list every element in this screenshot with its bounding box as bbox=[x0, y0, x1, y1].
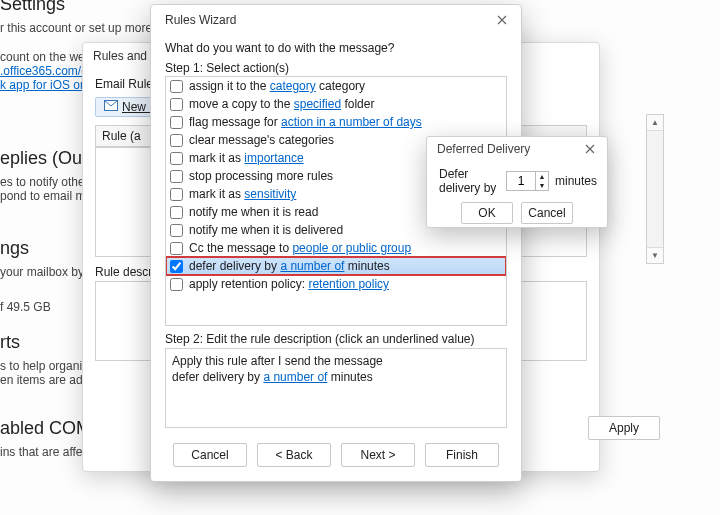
action-label: mark it as importance bbox=[189, 151, 304, 165]
action-row[interactable]: assign it to the category category bbox=[166, 77, 506, 95]
envelope-icon bbox=[104, 100, 118, 114]
action-checkbox[interactable] bbox=[170, 170, 183, 183]
action-checkbox[interactable] bbox=[170, 80, 183, 93]
action-link[interactable]: a number of bbox=[280, 259, 344, 273]
minutes-input[interactable] bbox=[507, 172, 535, 190]
minutes-stepper[interactable]: ▲ ▼ bbox=[506, 171, 549, 191]
finish-button[interactable]: Finish bbox=[425, 443, 499, 467]
action-label: notify me when it is delivered bbox=[189, 223, 343, 237]
action-label: assign it to the category category bbox=[189, 79, 365, 93]
bg-text: your mailbox by bbox=[0, 265, 84, 279]
step-down-icon[interactable]: ▼ bbox=[536, 181, 548, 190]
action-checkbox[interactable] bbox=[170, 278, 183, 291]
bg-text: r this account or set up more bbox=[0, 21, 152, 35]
bg-link-app[interactable]: k app for iOS or A bbox=[0, 78, 95, 92]
defer-label: Defer delivery by bbox=[439, 167, 500, 195]
scroll-up-icon[interactable]: ▲ bbox=[647, 115, 663, 131]
action-link[interactable]: sensitivity bbox=[244, 187, 296, 201]
close-icon[interactable] bbox=[491, 9, 513, 31]
action-checkbox[interactable] bbox=[170, 224, 183, 237]
step1-label: Step 1: Select action(s) bbox=[165, 61, 507, 75]
bg-heading-ngs: ngs bbox=[0, 238, 84, 259]
action-link[interactable]: importance bbox=[244, 151, 303, 165]
action-row[interactable]: apply retention policy: retention policy bbox=[166, 275, 506, 293]
action-checkbox[interactable] bbox=[170, 188, 183, 201]
action-checkbox[interactable] bbox=[170, 134, 183, 147]
action-label: notify me when it is read bbox=[189, 205, 318, 219]
action-checkbox[interactable] bbox=[170, 152, 183, 165]
deferred-delivery-dialog: Deferred Delivery Defer delivery by ▲ ▼ … bbox=[426, 136, 608, 228]
action-row[interactable]: Cc the message to people or public group bbox=[166, 239, 506, 257]
action-checkbox[interactable] bbox=[170, 260, 183, 273]
rules-alerts-title: Rules and A bbox=[93, 49, 158, 63]
desc-line2: defer delivery by a number of minutes bbox=[172, 369, 500, 385]
cancel-button[interactable]: Cancel bbox=[521, 202, 573, 224]
scroll-down-icon[interactable]: ▼ bbox=[647, 247, 663, 263]
bg-text: f 49.5 GB bbox=[0, 300, 51, 314]
defer-title: Deferred Delivery bbox=[437, 142, 530, 156]
defer-unit: minutes bbox=[555, 174, 597, 188]
close-icon[interactable] bbox=[579, 138, 601, 160]
desc-number-link[interactable]: a number of bbox=[263, 370, 327, 384]
action-label: Cc the message to people or public group bbox=[189, 241, 411, 255]
bg-heading-settings: Settings bbox=[0, 0, 152, 15]
action-row[interactable]: defer delivery by a number of minutes bbox=[166, 257, 506, 275]
desc-line1: Apply this rule after I send the message bbox=[172, 353, 500, 369]
wizard-prompt: What do you want to do with the message? bbox=[165, 41, 507, 55]
action-checkbox[interactable] bbox=[170, 242, 183, 255]
action-checkbox[interactable] bbox=[170, 206, 183, 219]
cancel-button[interactable]: Cancel bbox=[173, 443, 247, 467]
bg-text: count on the web. bbox=[0, 50, 95, 64]
action-checkbox[interactable] bbox=[170, 116, 183, 129]
next-button[interactable]: Next > bbox=[341, 443, 415, 467]
bg-link-office[interactable]: .office365.com/o bbox=[0, 64, 88, 78]
wizard-title: Rules Wizard bbox=[165, 13, 236, 27]
back-button[interactable]: < Back bbox=[257, 443, 331, 467]
action-label: move a copy to the specified folder bbox=[189, 97, 374, 111]
step-up-icon[interactable]: ▲ bbox=[536, 172, 548, 181]
action-row[interactable]: move a copy to the specified folder bbox=[166, 95, 506, 113]
rules-wizard-dialog: Rules Wizard What do you want to do with… bbox=[150, 4, 522, 482]
action-label: apply retention policy: retention policy bbox=[189, 277, 389, 291]
action-label: defer delivery by a number of minutes bbox=[189, 259, 390, 273]
action-label: flag message for action in a number of d… bbox=[189, 115, 422, 129]
action-checkbox[interactable] bbox=[170, 98, 183, 111]
action-link[interactable]: retention policy bbox=[308, 277, 389, 291]
step2-label: Step 2: Edit the rule description (click… bbox=[165, 332, 507, 346]
action-label: clear message's categories bbox=[189, 133, 334, 147]
ok-button[interactable]: OK bbox=[461, 202, 513, 224]
apply-button[interactable]: Apply bbox=[588, 416, 660, 440]
action-label: stop processing more rules bbox=[189, 169, 333, 183]
action-link[interactable]: specified bbox=[294, 97, 341, 111]
action-label: mark it as sensitivity bbox=[189, 187, 296, 201]
rule-description-editor[interactable]: Apply this rule after I send the message… bbox=[165, 348, 507, 428]
scrollbar[interactable]: ▲ ▼ bbox=[646, 114, 664, 264]
action-link[interactable]: people or public group bbox=[292, 241, 411, 255]
action-link[interactable]: category bbox=[270, 79, 316, 93]
action-row[interactable]: flag message for action in a number of d… bbox=[166, 113, 506, 131]
action-link[interactable]: action in a number of days bbox=[281, 115, 422, 129]
